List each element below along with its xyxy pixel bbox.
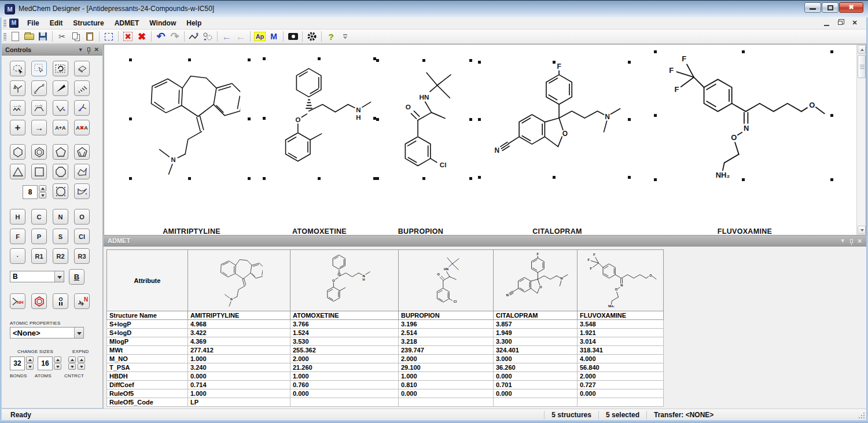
settings-button[interactable] [305, 30, 319, 43]
menu-window[interactable]: Window [144, 18, 181, 28]
selection-handle[interactable] [469, 118, 472, 121]
selection-handle[interactable] [129, 58, 132, 61]
atom-label-tool[interactable]: A [10, 80, 25, 96]
selection-handle[interactable] [742, 178, 745, 181]
selection-handle[interactable] [830, 50, 833, 53]
value-cell[interactable]: 0.000 [578, 389, 664, 398]
ring-template-tool[interactable] [53, 183, 68, 199]
selection-handle[interactable] [376, 118, 379, 121]
selection-handle[interactable] [248, 117, 251, 120]
selection-handle[interactable] [188, 58, 191, 61]
combo-dropdown-icon[interactable] [54, 271, 64, 282]
value-cell[interactable]: 3.196 [399, 320, 494, 329]
new-button[interactable] [8, 30, 22, 43]
eraser-tool[interactable] [74, 61, 90, 76]
admet-panel-header[interactable]: ADMET ▼ ✕ [104, 236, 866, 247]
step-bond-tool[interactable] [31, 100, 47, 116]
panel-menu-icon[interactable]: ▼ [78, 47, 83, 53]
selection-handle[interactable] [129, 117, 132, 120]
value-cell[interactable]: 2.000 [578, 372, 664, 381]
element-cl-button[interactable]: Cl [74, 229, 90, 244]
r3-button[interactable]: R3 [74, 248, 90, 264]
aromatic-ring-tool[interactable] [31, 293, 47, 309]
selection-handle[interactable] [654, 50, 657, 53]
value-cell[interactable]: 3.857 [494, 320, 578, 329]
contract-spinner[interactable] [78, 356, 85, 370]
element-c-button[interactable]: C [31, 209, 47, 225]
selection-handle[interactable] [478, 61, 481, 64]
paste-button[interactable] [83, 30, 97, 43]
value-cell[interactable] [578, 398, 664, 407]
value-cell[interactable]: 4.369 [188, 337, 290, 346]
selection-handle[interactable] [248, 177, 251, 180]
atomic-properties-combo[interactable]: <None> [10, 327, 84, 339]
save-button[interactable] [36, 30, 50, 43]
redo-button[interactable]: ↷ [168, 30, 182, 43]
reaction-arrow-tool[interactable]: → [31, 120, 47, 135]
value-cell[interactable]: 255.362 [290, 346, 399, 355]
controls-panel-header[interactable]: Controls ▼ ✕ [2, 44, 102, 56]
value-cell[interactable] [399, 398, 494, 407]
cut-button[interactable]: ✂ [55, 30, 69, 43]
value-cell[interactable]: 0.000 [494, 389, 578, 398]
triangle-ring-tool[interactable] [10, 164, 25, 179]
selection-handle[interactable] [469, 177, 472, 180]
delete-selection-button[interactable]: ✖ [121, 30, 135, 43]
rectangle-select-tool[interactable] [31, 61, 47, 76]
selection-handle[interactable] [830, 114, 833, 117]
column-header[interactable]: AMITRIPTYLINE [188, 311, 290, 320]
selection-handle[interactable] [478, 118, 481, 121]
undo-button[interactable]: ↶ [154, 30, 168, 43]
structure-atomoxetine[interactable] [264, 58, 375, 179]
structure-label[interactable]: FLUVOXAMINE [687, 227, 803, 236]
selection-handle[interactable] [654, 114, 657, 117]
pin-icon[interactable] [850, 239, 853, 243]
radical-dot-button[interactable]: · [10, 248, 25, 264]
value-cell[interactable]: LP [188, 398, 290, 407]
pin-icon[interactable] [87, 47, 90, 52]
value-cell[interactable]: 56.840 [578, 363, 664, 372]
value-cell[interactable]: 0.727 [578, 381, 664, 389]
value-cell[interactable]: 277.412 [188, 346, 290, 355]
combo-dropdown-icon[interactable] [74, 328, 83, 338]
bonds-size-input[interactable]: 32 [10, 356, 25, 370]
mdi-close-button[interactable]: ✕ [849, 19, 860, 28]
bonds-size-spinner[interactable] [26, 356, 34, 370]
value-cell[interactable]: 0.810 [399, 381, 494, 389]
bold-element-button[interactable]: B [69, 269, 84, 285]
value-cell[interactable]: 1.921 [578, 329, 664, 337]
structure-label[interactable]: BUPROPION [363, 227, 479, 236]
back-disabled-button[interactable]: ← [234, 30, 248, 43]
value-cell[interactable]: 36.260 [494, 363, 578, 372]
selection-handle[interactable] [318, 177, 321, 180]
r1-button[interactable]: R1 [31, 248, 47, 264]
value-cell[interactable]: 1.524 [290, 329, 399, 337]
n-pick-tool[interactable]: N [74, 293, 90, 309]
value-cell[interactable] [290, 398, 399, 407]
structure-label[interactable]: CITALOPRAM [499, 227, 615, 236]
r2-button[interactable]: R2 [53, 248, 68, 264]
attribute-name-cell[interactable]: S+logP [107, 320, 188, 329]
scrollbar-thumb[interactable] [858, 55, 866, 78]
attribute-name-cell[interactable]: RuleOf5_Code [107, 398, 188, 407]
merge-atoms-tool[interactable]: A+A [53, 120, 68, 135]
add-structure-button[interactable]: + [187, 30, 201, 43]
selection-handle[interactable] [376, 177, 379, 180]
expand-spinner[interactable] [68, 356, 76, 370]
selection-handle[interactable] [318, 57, 321, 60]
thumbnail-citalopram[interactable] [494, 250, 578, 311]
structure-canvas[interactable]: AMITRIPTYLINE ATOMOXETINE BUPROPION CITA… [104, 44, 866, 236]
cyclopentadiene-tool[interactable] [74, 144, 90, 160]
atoms-size-spinner[interactable] [54, 356, 61, 370]
toolbar-grip[interactable] [3, 32, 6, 41]
value-cell[interactable]: 2.000 [290, 355, 399, 363]
thumbnail-bupropion[interactable] [399, 250, 494, 311]
selection-handle[interactable] [129, 177, 132, 180]
selection-handle[interactable] [263, 177, 266, 180]
selection-handle[interactable] [553, 176, 556, 179]
menu-file[interactable]: File [22, 18, 45, 28]
selection-handle[interactable] [263, 57, 266, 60]
selection-handle[interactable] [553, 61, 556, 64]
mol-weight-button[interactable]: M [267, 30, 281, 43]
minimize-button[interactable] [804, 2, 821, 13]
